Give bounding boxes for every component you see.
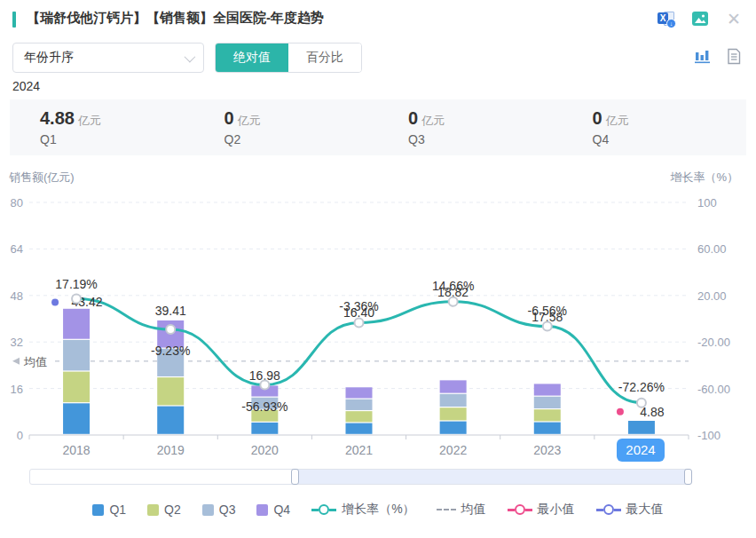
legend-item-q4[interactable]: Q4 <box>256 502 290 517</box>
bar-segment-2019-q2[interactable] <box>157 377 184 405</box>
header: 【瑞舒伐他汀钙片】【销售额】全国医院-年度趋势 X ↓ ✕ <box>0 9 756 32</box>
left-axis-tick-label: 0 <box>17 429 23 442</box>
legend-item-最小值[interactable]: 最小值 <box>508 502 575 518</box>
datazoom-selected-range[interactable] <box>294 470 690 484</box>
bar-segment-2023-q4[interactable] <box>534 384 561 395</box>
mean-arrow-icon <box>12 358 20 365</box>
bar-segment-2022-q2[interactable] <box>440 407 467 420</box>
stat-unit: 亿元 <box>606 114 629 127</box>
growth-point-2021[interactable] <box>355 318 364 327</box>
growth-rate-label-2024: -72.26% <box>618 380 665 394</box>
bar-segment-2019-q1[interactable] <box>157 407 184 434</box>
bar-segment-2024-q1[interactable] <box>628 421 655 434</box>
stat-value: 4.88 <box>40 108 75 128</box>
bar-segment-2021-q2[interactable] <box>346 411 373 422</box>
bar-segment-2022-q3[interactable] <box>440 394 467 407</box>
stat-unit: 亿元 <box>238 114 261 127</box>
absolute-value-button[interactable]: 绝对值 <box>216 44 288 72</box>
right-axis-tick-label: 60.00 <box>697 242 727 256</box>
datazoom-scrollbar[interactable] <box>29 469 689 485</box>
bar-segment-2018-q2[interactable] <box>63 372 90 402</box>
bar-segment-2018-q3[interactable] <box>63 340 90 370</box>
x-axis-year-label-2023[interactable]: 2023 <box>533 443 561 457</box>
left-axis-tick-label: 64 <box>11 242 23 256</box>
legend-item-均值[interactable]: 均值 <box>437 502 486 518</box>
datazoom-right-handle[interactable] <box>684 469 692 485</box>
x-axis-year-label-2021[interactable]: 2021 <box>345 443 373 457</box>
legend: Q1Q2Q3Q4增长率（%）均值最小值最大值 <box>0 502 756 518</box>
stat-q1: 4.88亿元 Q1 <box>10 99 194 155</box>
legend-line-icon <box>311 504 336 515</box>
stat-value: 0 <box>224 108 234 128</box>
bar-segment-2023-q3[interactable] <box>534 397 561 408</box>
legend-label: Q4 <box>273 502 290 517</box>
stat-label: Q4 <box>593 132 747 146</box>
legend-item-q3[interactable]: Q3 <box>202 502 236 517</box>
page-title: 【瑞舒伐他汀钙片】【销售额】全国医院-年度趋势 <box>27 10 324 27</box>
legend-label: 增长率（%） <box>342 502 414 518</box>
bar-segment-2021-q1[interactable] <box>346 423 373 434</box>
stat-label: Q2 <box>224 132 379 146</box>
bar-segment-2021-q3[interactable] <box>346 400 373 410</box>
growth-point-2022[interactable] <box>449 297 458 306</box>
bar-segment-2021-q4[interactable] <box>346 387 373 398</box>
legend-swatch-icon <box>202 504 214 516</box>
x-axis-year-label-2018[interactable]: 2018 <box>62 443 90 457</box>
bar-segment-2018-q1[interactable] <box>63 403 90 433</box>
x-axis-year-label-2020[interactable]: 2020 <box>251 443 279 457</box>
legend-item-增长率[interactable]: 增长率（%） <box>311 502 414 518</box>
legend-label: 均值 <box>461 502 486 518</box>
growth-rate-label-2018: 17.19% <box>55 277 97 291</box>
x-axis-year-label-2022[interactable]: 2022 <box>439 443 467 457</box>
growth-point-2020[interactable] <box>260 381 269 390</box>
growth-point-2023[interactable] <box>543 322 552 331</box>
right-axis-tick-label: 20.00 <box>697 289 727 303</box>
growth-point-2018[interactable] <box>72 294 81 303</box>
legend-swatch-icon <box>256 504 268 516</box>
growth-rate-label-2019: -9.23% <box>151 344 190 358</box>
value-mode-toggle: 绝对值 百分比 <box>215 43 362 73</box>
chevron-down-icon <box>185 51 196 63</box>
bar-segment-2023-q2[interactable] <box>534 409 561 421</box>
bar-segment-2023-q1[interactable] <box>534 423 561 434</box>
stat-q4: 0亿元 Q4 <box>563 99 747 155</box>
image-export-icon[interactable] <box>690 9 710 28</box>
growth-point-2019[interactable] <box>166 325 175 334</box>
stat-q3: 0亿元 Q3 <box>378 99 563 155</box>
right-axis-tick-label: -100 <box>697 429 721 442</box>
table-view-icon[interactable] <box>724 46 744 66</box>
min-value-marker <box>617 408 624 415</box>
bar-total-label-2019: 39.41 <box>155 304 186 318</box>
stat-unit: 亿元 <box>78 114 101 127</box>
legend-item-q1[interactable]: Q1 <box>92 502 126 517</box>
close-icon[interactable]: ✕ <box>724 9 744 28</box>
sort-order-dropdown[interactable]: 年份升序 <box>12 43 204 73</box>
stat-value: 0 <box>408 108 418 128</box>
growth-rate-label-2023: -6.56% <box>528 304 567 318</box>
x-axis-year-label-2019[interactable]: 2019 <box>157 443 185 457</box>
bar-segment-2018-q4[interactable] <box>63 309 90 339</box>
growth-point-2024[interactable] <box>637 399 646 407</box>
growth-rate-label-2021: -3.36% <box>339 299 378 313</box>
legend-item-q2[interactable]: Q2 <box>147 502 181 517</box>
left-axis-tick-label: 16 <box>11 383 23 396</box>
bar-segment-2022-q4[interactable] <box>440 380 467 392</box>
legend-ring-icon <box>508 504 532 515</box>
legend-label: Q2 <box>164 502 181 517</box>
bar-segment-2020-q1[interactable] <box>251 423 278 434</box>
legend-item-最大值[interactable]: 最大值 <box>596 502 664 518</box>
right-axis-tick-label: 100 <box>697 196 717 210</box>
datazoom-left-handle[interactable] <box>291 469 299 485</box>
bar-chart-view-icon[interactable] <box>692 46 712 66</box>
bar-segment-2022-q1[interactable] <box>440 422 467 434</box>
right-axis-tick-label: -20.00 <box>697 336 730 349</box>
legend-label: Q3 <box>219 502 236 517</box>
excel-export-icon[interactable]: X ↓ <box>657 9 676 28</box>
max-value-marker <box>51 298 59 305</box>
legend-swatch-icon <box>147 504 159 516</box>
quarter-stats-bar: 4.88亿元 Q1 0亿元 Q2 0亿元 Q3 0亿元 Q4 <box>10 99 746 155</box>
selected-year-button[interactable]: 2024 <box>617 439 665 462</box>
stat-value: 0 <box>593 108 602 128</box>
percentage-button[interactable]: 百分比 <box>288 44 361 72</box>
stat-label: Q3 <box>408 132 563 146</box>
